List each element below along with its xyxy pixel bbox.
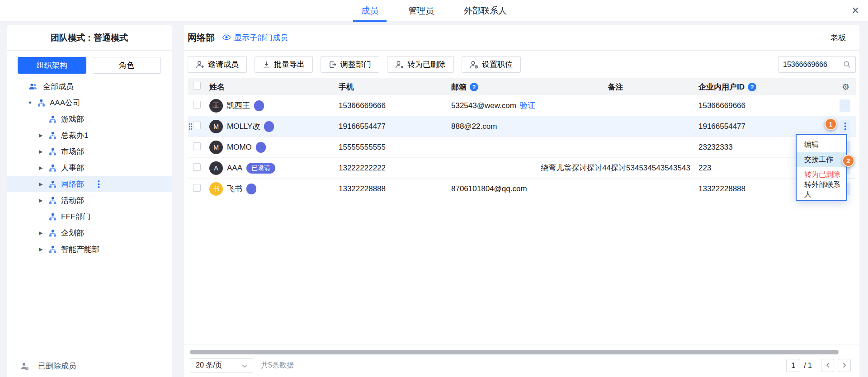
drag-handle[interactable] bbox=[188, 123, 193, 130]
row-more-button[interactable] bbox=[840, 120, 850, 132]
invited-badge bbox=[264, 121, 274, 132]
row-checkbox[interactable] bbox=[193, 122, 201, 129]
row-more-button[interactable] bbox=[840, 99, 850, 112]
team-mode-title: 团队模式：普通模式 bbox=[7, 25, 172, 51]
prev-page-button[interactable] bbox=[821, 359, 834, 372]
org-icon bbox=[38, 99, 45, 107]
tab[interactable]: 管理员 bbox=[406, 0, 436, 22]
table-row[interactable]: M MOMO 15555555555 23232333 bbox=[188, 137, 856, 158]
page-number-input[interactable]: 1 bbox=[786, 359, 800, 372]
caret-icon[interactable]: ▶ bbox=[39, 230, 49, 236]
member-phone: 15555555555 bbox=[339, 143, 451, 152]
eye-icon bbox=[222, 33, 231, 42]
member-remark: 绕弯儿翁探讨探讨44探讨534534543543543 bbox=[533, 163, 698, 173]
toolbar-button-icon bbox=[196, 61, 204, 69]
col-header-user-id: 企业内用户ID ? bbox=[698, 82, 802, 92]
roles-button[interactable]: 角色 bbox=[93, 57, 161, 74]
email-help-icon[interactable]: ? bbox=[470, 83, 478, 91]
tab[interactable]: 外部联系人 bbox=[462, 0, 509, 22]
caret-icon[interactable]: ▶ bbox=[39, 165, 49, 171]
sidebar-item-all-members[interactable]: 全部成员 bbox=[7, 78, 172, 94]
next-page-button[interactable] bbox=[838, 359, 851, 372]
total-count: 共5条数据 bbox=[261, 361, 294, 370]
chevron-right-icon bbox=[843, 362, 846, 370]
column-settings-gear-icon[interactable]: ⚙ bbox=[842, 82, 850, 92]
avatar: A bbox=[209, 161, 223, 175]
toolbar-button[interactable]: 批量导出 bbox=[255, 56, 313, 73]
caret-icon[interactable]: ▶ bbox=[39, 132, 49, 138]
sidebar-department-item[interactable]: ▶ 网络部 bbox=[7, 176, 172, 192]
caret-icon[interactable]: ▶ bbox=[39, 149, 49, 155]
department-label: AAA公司 bbox=[50, 98, 80, 108]
member-email: 888@22.com bbox=[451, 122, 497, 131]
row-checkbox[interactable] bbox=[193, 142, 201, 150]
context-menu-item[interactable]: 交接工作 bbox=[797, 152, 846, 167]
department-more-icon[interactable] bbox=[98, 180, 100, 188]
sidebar-department-item[interactable]: ▶ 活动部 bbox=[7, 192, 172, 208]
close-icon[interactable]: × bbox=[852, 4, 859, 17]
tab-label: 外部联系人 bbox=[464, 5, 507, 17]
caret-icon[interactable]: ▶ bbox=[39, 198, 49, 203]
col-header-email: 邮箱 ? bbox=[451, 82, 533, 92]
page-size-value: 20 条/页 bbox=[196, 361, 222, 370]
sidebar-department-item[interactable]: ▼ AAA公司 bbox=[7, 94, 172, 111]
department-label: 智能产能部 bbox=[61, 244, 99, 254]
toolbar-button[interactable]: 设置职位 bbox=[462, 56, 521, 73]
org-icon bbox=[49, 132, 57, 139]
sidebar-department-item[interactable]: FFF部门 bbox=[7, 208, 172, 225]
toolbar-button-label: 批量导出 bbox=[274, 59, 305, 70]
page-size-select[interactable]: 20 条/页 bbox=[190, 358, 253, 372]
row-checkbox[interactable] bbox=[193, 184, 201, 192]
show-subdepartment-toggle[interactable]: 显示子部门成员 bbox=[222, 33, 288, 43]
avatar: 王 bbox=[209, 99, 223, 113]
tab[interactable]: 成员 bbox=[359, 0, 380, 22]
caret-icon[interactable]: ▶ bbox=[39, 246, 49, 252]
toolbar-button-icon bbox=[329, 61, 337, 69]
select-all-checkbox[interactable] bbox=[193, 82, 201, 90]
context-menu-item[interactable]: 编辑 bbox=[797, 137, 846, 152]
member-name: MOLLY改 bbox=[227, 121, 260, 132]
sidebar-department-item[interactable]: ▶ 市场部 bbox=[7, 143, 172, 160]
table-row[interactable]: M MOLLY改 19166554477 888@22.com 19166554… bbox=[188, 116, 856, 137]
sidebar-department-item[interactable]: ▶ 总裁办1 bbox=[7, 127, 172, 143]
caret-icon[interactable]: ▼ bbox=[28, 100, 38, 105]
tab-bar: 成员管理员外部联系人 bbox=[0, 0, 868, 22]
owner-label: 老板 bbox=[830, 33, 846, 43]
invited-badge bbox=[246, 184, 256, 194]
org-icon bbox=[49, 115, 57, 123]
toolbar-button-icon bbox=[263, 61, 270, 69]
sidebar-department-item[interactable]: ▶ 人事部 bbox=[7, 160, 172, 176]
table-row[interactable]: A AAA 已邀请 13222222222 绕弯儿翁探讨探讨44探讨534534… bbox=[188, 158, 856, 179]
toolbar-button-label: 设置职位 bbox=[482, 59, 513, 70]
table-row[interactable]: 书 飞书 13322228888 8706101804@qq.com 13322… bbox=[188, 179, 856, 199]
toolbar-button[interactable]: 调整部门 bbox=[321, 56, 379, 73]
caret-icon[interactable]: ▶ bbox=[39, 181, 49, 187]
org-icon bbox=[49, 180, 57, 188]
sidebar-department-item[interactable]: 游戏部 bbox=[7, 111, 172, 127]
department-label: 活动部 bbox=[61, 195, 84, 206]
toolbar-button[interactable]: 邀请成员 bbox=[188, 56, 247, 73]
toolbar-button[interactable]: 转为已删除 bbox=[387, 56, 454, 73]
chevron-left-icon bbox=[826, 362, 830, 370]
org-icon bbox=[49, 213, 57, 221]
deleted-members-label: 已删除成员 bbox=[38, 361, 76, 371]
table-row[interactable]: 王 凯西王 15366669666 532543@wew.com验证 15366… bbox=[188, 95, 856, 116]
row-checkbox[interactable] bbox=[193, 101, 201, 108]
department-tree: 全部成员 ▼ AAA公司 游戏部 ▶ 总裁办1 ▶ 市场部 ▶ 人事部 ▶ 网络… bbox=[7, 78, 172, 257]
user-id-help-icon[interactable]: ? bbox=[748, 83, 756, 91]
sidebar-department-item[interactable]: ▶ 智能产能部 bbox=[7, 241, 172, 257]
sidebar-department-item[interactable]: ▶ 企划部 bbox=[7, 225, 172, 241]
col-header-remark: 备注 bbox=[533, 82, 698, 92]
member-user-id: 223 bbox=[698, 164, 802, 173]
horizontal-scrollbar[interactable] bbox=[190, 350, 839, 354]
search-icon[interactable] bbox=[843, 61, 851, 68]
department-header: 网络部 显示子部门成员 老板 bbox=[184, 25, 859, 51]
sidebar-item-deleted-members[interactable]: 已删除成员 bbox=[20, 361, 76, 371]
search-input[interactable] bbox=[783, 61, 840, 69]
org-icon bbox=[49, 229, 57, 237]
context-menu-item[interactable]: 转外部联系人 bbox=[797, 182, 846, 197]
member-name: MOMO bbox=[227, 143, 252, 152]
org-structure-button[interactable]: 组织架构 bbox=[18, 57, 86, 74]
row-checkbox[interactable] bbox=[193, 163, 201, 171]
verify-link[interactable]: 验证 bbox=[520, 101, 535, 110]
